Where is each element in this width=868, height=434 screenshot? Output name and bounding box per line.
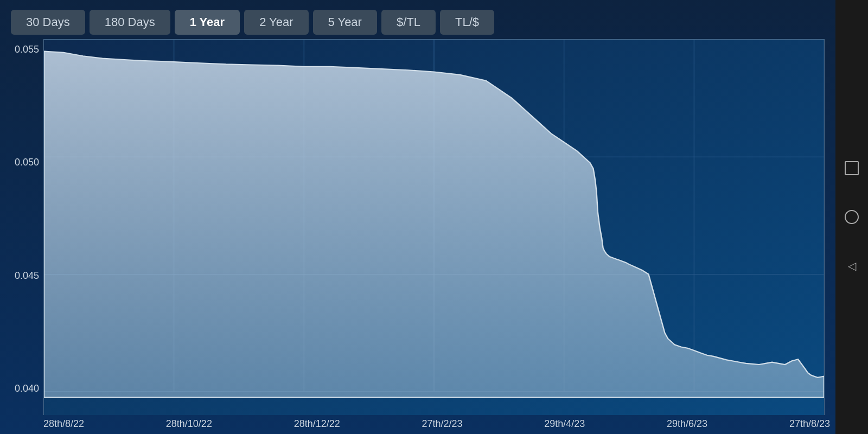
square-icon[interactable] xyxy=(844,160,860,176)
y-axis-label: 0.045 xyxy=(15,271,39,280)
y-axis-label: 0.040 xyxy=(15,384,39,393)
chart-area: 30 Days180 Days1 Year2 Year5 Year$/TLTL/… xyxy=(0,0,835,434)
sidebar: ◁ xyxy=(835,0,868,434)
x-axis: 28th/8/2228th/10/2228th/12/2227th/2/2329… xyxy=(5,415,830,434)
main-container: 30 Days180 Days1 Year2 Year5 Year$/TLTL/… xyxy=(0,0,868,434)
x-axis-label: 29th/6/23 xyxy=(667,418,707,430)
y-axis-label: 0.055 xyxy=(15,44,39,54)
x-axis-label: 28th/8/22 xyxy=(43,418,84,430)
x-axis-label: 29th/4/23 xyxy=(544,418,585,430)
toolbar-btn-2-year[interactable]: 2 Year xyxy=(244,10,308,35)
circle-icon[interactable] xyxy=(844,209,860,225)
x-axis-label: 27th/8/23 xyxy=(789,418,830,430)
toolbar-btn-tl/$[interactable]: TL/$ xyxy=(440,10,494,35)
toolbar-btn-$/tl[interactable]: $/TL xyxy=(381,10,436,35)
y-axis: 0.0550.0500.0450.040 xyxy=(5,39,43,415)
toolbar-btn-180-days[interactable]: 180 Days xyxy=(90,10,170,35)
triangle-icon[interactable]: ◁ xyxy=(844,258,860,274)
x-axis-label: 28th/10/22 xyxy=(166,418,212,430)
chart-canvas xyxy=(43,39,825,415)
toolbar: 30 Days180 Days1 Year2 Year5 Year$/TLTL/… xyxy=(5,5,830,39)
y-axis-label: 0.050 xyxy=(15,157,39,167)
toolbar-btn-1-year[interactable]: 1 Year xyxy=(175,10,240,35)
toolbar-btn-5-year[interactable]: 5 Year xyxy=(313,10,377,35)
toolbar-btn-30-days[interactable]: 30 Days xyxy=(11,10,85,35)
x-axis-label: 28th/12/22 xyxy=(294,418,340,430)
x-axis-label: 27th/2/23 xyxy=(422,418,462,430)
chart-wrapper: 0.0550.0500.0450.040 xyxy=(5,39,830,415)
